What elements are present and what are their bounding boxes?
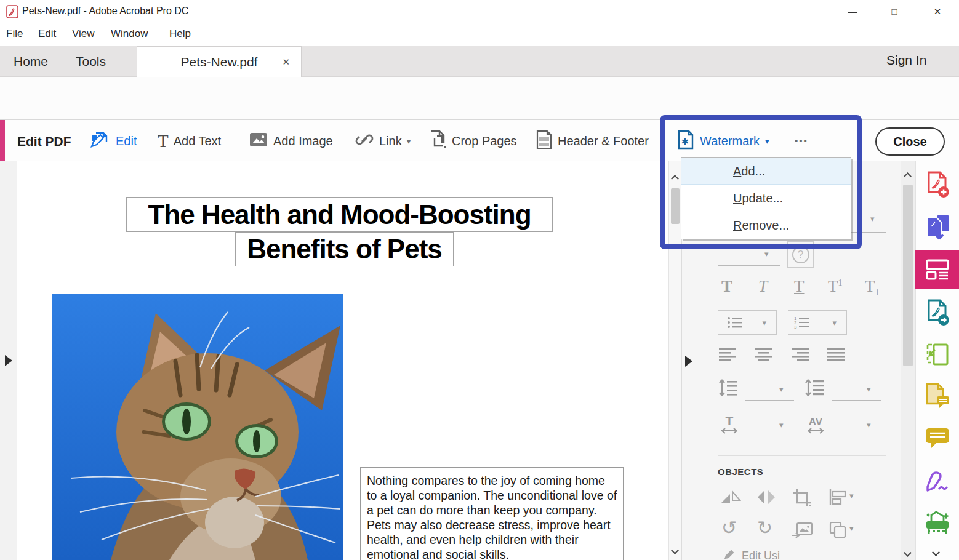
rail-organize-pages-icon[interactable] <box>915 337 959 372</box>
superscript-icon[interactable]: T1 <box>828 277 843 296</box>
rail-comment-icon[interactable] <box>915 421 959 455</box>
align-center-icon[interactable] <box>755 348 774 365</box>
flip-vertical-icon[interactable] <box>756 488 777 509</box>
maximize-button[interactable]: □ <box>877 0 912 23</box>
rotate-ccw-icon[interactable]: ↺ <box>721 519 737 537</box>
close-tab-icon[interactable]: ✕ <box>282 57 290 68</box>
rail-create-pdf-icon[interactable] <box>915 167 959 202</box>
cat-photo[interactable] <box>52 294 343 560</box>
add-text-button[interactable]: T Add Text <box>158 130 221 151</box>
watermark-chevron-down-icon: ▾ <box>765 137 769 146</box>
font-size-chevron-down-icon[interactable]: ▾ <box>764 249 769 258</box>
sign-in-button[interactable]: Sign In <box>886 53 926 68</box>
replace-image-icon[interactable] <box>791 522 813 543</box>
menu-edit[interactable]: Edit <box>38 28 56 40</box>
doc-body-textbox[interactable]: Nothing compares to the joy of coming ho… <box>360 467 624 560</box>
align-right-icon[interactable] <box>791 348 809 365</box>
edit-button[interactable]: Edit <box>90 130 137 151</box>
link-button[interactable]: Link ▾ <box>355 130 411 151</box>
bullet-list-icon[interactable] <box>718 311 752 334</box>
crop-pages-button[interactable]: Crop Pages <box>428 130 517 151</box>
edit-using-label[interactable]: Edit Usi <box>742 550 780 560</box>
doc-paragraph: Nothing compares to the joy of coming ho… <box>367 473 618 560</box>
rail-send-comments-doc-icon[interactable] <box>915 379 959 414</box>
menu-item-update[interactable]: Update... <box>681 185 851 212</box>
close-tool-button[interactable]: Close <box>875 127 945 156</box>
doc-title-textbox-line2[interactable]: Benefits of Pets <box>235 232 454 266</box>
edit-using-pencil-icon[interactable] <box>721 549 737 560</box>
rail-share-pdf-icon[interactable] <box>915 295 959 330</box>
rail-edit-pdf-icon[interactable] <box>915 250 959 289</box>
bold-icon[interactable]: T <box>721 277 732 296</box>
link-chevron-down-icon: ▾ <box>407 137 411 146</box>
acrobat-logo-icon <box>6 5 18 21</box>
align-objects-chevron-down-icon[interactable]: ▾ <box>849 491 854 500</box>
line-spacing-chevron-down-icon[interactable]: ▾ <box>779 385 784 394</box>
font-family-chevron-down-icon[interactable]: ▾ <box>870 214 875 223</box>
menu-window[interactable]: Window <box>111 28 148 40</box>
flip-horizontal-icon[interactable] <box>720 488 741 509</box>
bullet-list-chevron-down-icon[interactable]: ▾ <box>752 311 776 334</box>
align-justify-icon[interactable] <box>827 348 846 365</box>
menu-item-add[interactable]: Add... <box>681 158 851 185</box>
panel-collapse-expander[interactable] <box>685 356 692 367</box>
paragraph-spacing-chevron-down-icon[interactable]: ▾ <box>867 385 871 394</box>
add-image-button[interactable]: Add Image <box>249 130 333 151</box>
watermark-more-icon[interactable]: ••• <box>795 135 808 146</box>
header-footer-button[interactable]: Header & Footer <box>536 130 649 151</box>
panel-divider <box>718 455 886 456</box>
paragraph-spacing-icon[interactable] <box>805 379 825 399</box>
rail-fill-sign-icon[interactable] <box>915 464 959 498</box>
nav-pane-expander[interactable] <box>5 355 12 366</box>
minimize-button[interactable]: — <box>835 0 870 23</box>
subscript-icon[interactable]: T1 <box>865 277 880 298</box>
numbered-list-control[interactable]: 1 2 3 ▾ <box>788 310 847 335</box>
italic-icon[interactable]: T <box>758 277 768 296</box>
tab-tools[interactable]: Tools <box>76 46 106 77</box>
rail-scan-ocr-icon[interactable] <box>915 506 959 540</box>
tab-home[interactable]: Home <box>14 46 48 77</box>
arrange-chevron-down-icon[interactable]: ▾ <box>849 524 854 533</box>
close-window-button[interactable]: ✕ <box>920 0 955 23</box>
doc-title-textbox-line1[interactable]: The Health and Mood-Boosting <box>126 197 553 232</box>
paragraph-spacing-underline <box>832 400 881 401</box>
document-page: The Health and Mood-Boosting Benefits of… <box>0 161 668 560</box>
format-help-icon: ? <box>792 246 809 263</box>
link-icon <box>355 130 374 151</box>
font-size-underline <box>718 265 780 266</box>
header-footer-icon <box>536 130 553 152</box>
document-scroll-thumb[interactable] <box>671 188 680 224</box>
underline-icon[interactable]: T <box>794 277 805 296</box>
character-spacing-chevron-down-icon[interactable]: ▾ <box>867 420 871 430</box>
panel-scroll-thumb[interactable] <box>903 185 913 366</box>
panel-scrollbar[interactable] <box>901 161 915 560</box>
menu-help[interactable]: Help <box>169 28 191 40</box>
scroll-down-icon[interactable] <box>671 546 679 554</box>
crop-pages-icon <box>428 130 447 152</box>
format-help-button[interactable]: ? <box>787 241 814 268</box>
numbered-list-icon[interactable]: 1 2 3 <box>788 311 822 334</box>
arrange-objects-icon[interactable] <box>829 521 847 542</box>
font-family-underline <box>851 232 886 233</box>
align-left-icon[interactable] <box>719 348 737 365</box>
scroll-up-icon[interactable] <box>671 175 679 183</box>
rotate-cw-icon[interactable]: ↻ <box>757 519 772 537</box>
numbered-list-chevron-down-icon[interactable]: ▾ <box>822 311 846 334</box>
watermark-button[interactable]: ✱ Watermark ▾ <box>677 130 769 151</box>
horizontal-scale-icon[interactable]: ​T <box>719 415 740 438</box>
menu-file[interactable]: File <box>6 28 23 40</box>
panel-scroll-down-icon[interactable] <box>904 549 912 557</box>
line-spacing-icon[interactable] <box>719 379 739 399</box>
panel-scroll-up-icon[interactable] <box>904 172 912 180</box>
crop-object-icon[interactable] <box>792 488 812 509</box>
horizontal-scale-chevron-down-icon[interactable]: ▾ <box>779 420 784 430</box>
character-spacing-icon[interactable]: AV <box>804 415 827 437</box>
svg-text:AV: AV <box>809 416 823 428</box>
menu-item-remove[interactable]: Remove... <box>681 212 851 239</box>
document-scrollbar[interactable] <box>668 161 681 560</box>
align-objects-icon[interactable] <box>829 488 847 509</box>
bullet-list-control[interactable]: ▾ <box>718 310 777 335</box>
tab-document[interactable]: Pets-New.pdf ✕ <box>137 46 302 77</box>
rail-export-pdf-icon[interactable] <box>915 210 959 245</box>
menu-view[interactable]: View <box>72 28 95 40</box>
